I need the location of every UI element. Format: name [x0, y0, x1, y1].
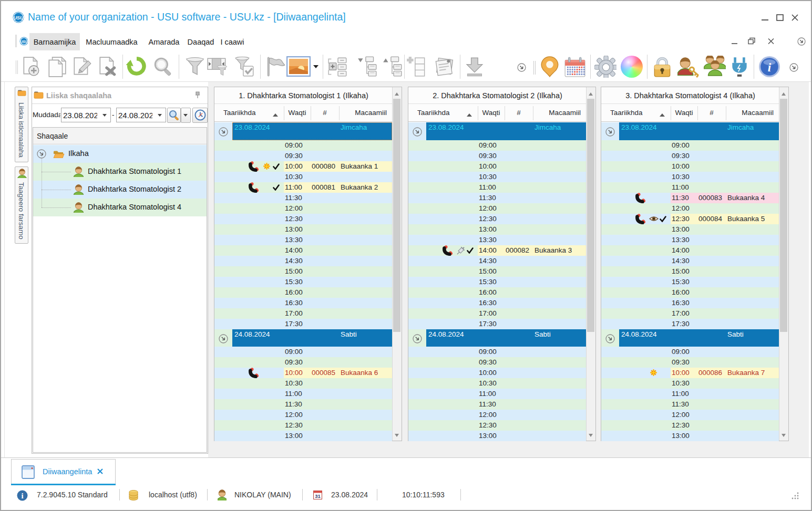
svg-text:i: i — [768, 60, 772, 74]
svg-text:i: i — [21, 492, 23, 500]
svg-text:USU: USU — [13, 15, 24, 20]
svg-text:31: 31 — [315, 493, 321, 499]
svg-text:USU: USU — [20, 39, 28, 44]
